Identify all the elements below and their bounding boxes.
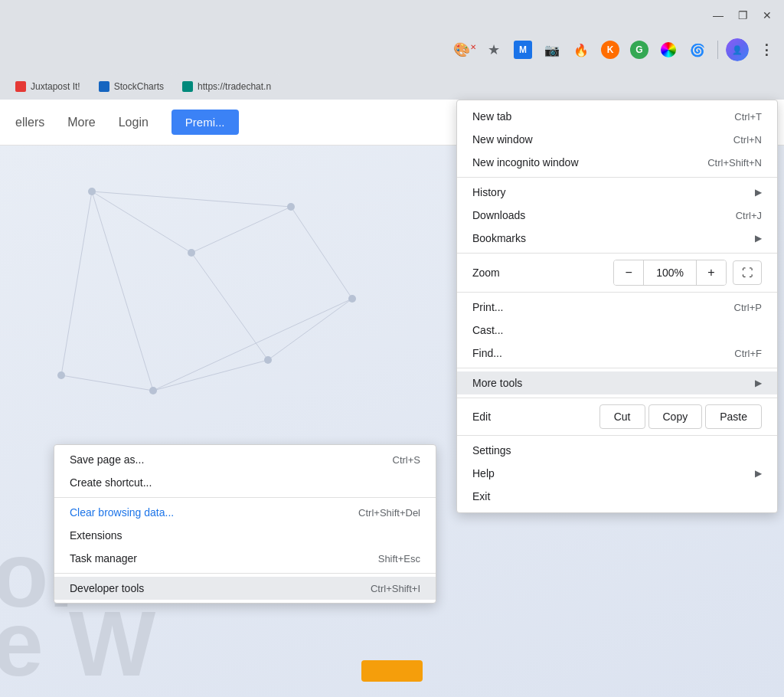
clear-browsing-shortcut: Ctrl+Shift+Del [358, 507, 420, 519]
menu-separator-6 [457, 435, 777, 436]
svg-line-1 [191, 207, 291, 253]
zoom-row: Zoom − 100% + ⛶ [457, 257, 777, 289]
k-extension-icon[interactable]: K [598, 38, 622, 62]
menu-item-save-page[interactable]: Save page as... Ctrl+S [54, 448, 436, 471]
menu-cast[interactable]: Cast... [457, 319, 777, 342]
chrome-menu-button[interactable]: ⋮ [753, 38, 778, 62]
cast-label: Cast... [472, 324, 762, 336]
tab-favicon-juxtapost [15, 81, 26, 92]
new-tab-shortcut: Ctrl+T [734, 111, 762, 123]
svg-line-3 [268, 299, 352, 360]
task-manager-label: Task manager [70, 552, 378, 564]
bookmark-star-icon[interactable]: ★ [482, 38, 506, 62]
browser-toolbar: 🎨✕ ★ M 📷 🔥 K G 🌀 [0, 31, 784, 69]
history-label: History [472, 186, 749, 198]
menu-exit[interactable]: Exit [457, 485, 777, 508]
more-tools-arrow-icon: ▶ [755, 378, 762, 388]
print-label: Print... [472, 301, 716, 313]
color-picker-extension-icon[interactable]: 🎨✕ [452, 38, 477, 62]
downloads-label: Downloads [472, 209, 717, 221]
browser-chrome: — ❐ ✕ 🎨✕ ★ M 📷 🔥 K G [0, 0, 784, 100]
cut-button[interactable]: Cut [599, 404, 645, 429]
svg-line-2 [291, 207, 352, 299]
find-shortcut: Ctrl+F [734, 348, 762, 359]
menu-new-incognito[interactable]: New incognito window Ctrl+Shift+N [457, 151, 777, 174]
downloads-shortcut: Ctrl+J [736, 210, 762, 221]
menu-new-tab[interactable]: New tab Ctrl+T [457, 105, 777, 128]
menu-item-task-manager[interactable]: Task manager Shift+Esc [54, 547, 436, 570]
nav-item-more: More [67, 116, 95, 129]
edit-label: Edit [472, 411, 599, 423]
momentum-extension-icon[interactable]: M [511, 38, 535, 62]
zoom-value-display: 100% [643, 260, 697, 285]
menu-downloads[interactable]: Downloads Ctrl+J [457, 204, 777, 227]
new-window-shortcut: Ctrl+N [733, 134, 762, 146]
tab-favicon-tradechat [182, 81, 193, 92]
zoom-in-button[interactable]: + [697, 260, 726, 285]
tab-label-juxtapost: Juxtapost It! [31, 81, 80, 92]
tab-stockcharts[interactable]: StockCharts [90, 74, 173, 100]
svg-line-6 [191, 253, 268, 360]
menu-item-create-shortcut[interactable]: Create shortcut... [54, 471, 436, 494]
tab-juxtapost[interactable]: Juxtapost It! [6, 74, 90, 100]
title-bar: — ❐ ✕ [0, 0, 784, 31]
ctx-separator-2 [54, 573, 436, 574]
svg-line-5 [92, 191, 153, 391]
menu-find[interactable]: Find... Ctrl+F [457, 342, 777, 365]
zoom-out-button[interactable]: − [614, 260, 643, 285]
user-avatar-button[interactable]: 👤 [726, 38, 749, 61]
minimize-button[interactable]: — [707, 5, 729, 26]
svg-point-17 [57, 371, 65, 379]
print-shortcut: Ctrl+P [734, 302, 762, 313]
save-page-shortcut: Ctrl+S [393, 454, 420, 466]
menu-help[interactable]: Help ▶ [457, 462, 777, 485]
svg-point-12 [188, 249, 195, 257]
fullscreen-icon: ⛶ [742, 267, 753, 279]
more-tools-label: More tools [472, 377, 749, 389]
menu-separator-3 [457, 292, 777, 293]
fullscreen-button[interactable]: ⛶ [733, 260, 762, 285]
tab-label-tradechat: https://tradechat.n [198, 81, 271, 92]
zoom-control: − 100% + [613, 260, 727, 286]
nav-premium-button: Premi... [172, 110, 239, 135]
spiral-extension-icon[interactable]: 🌀 [685, 38, 710, 62]
menu-item-developer-tools[interactable]: Developer tools Ctrl+Shift+I [54, 577, 436, 600]
menu-more-tools[interactable]: More tools ▶ [457, 371, 777, 394]
tab-tradechat[interactable]: https://tradechat.n [173, 74, 280, 100]
paste-button[interactable]: Paste [705, 404, 762, 429]
close-button[interactable]: ✕ [756, 5, 778, 26]
svg-line-8 [153, 299, 352, 391]
menu-item-extensions[interactable]: Extensions [54, 524, 436, 547]
fire-extension-icon[interactable]: 🔥 [569, 38, 593, 62]
chrome-dropdown-menu: New tab Ctrl+T New window Ctrl+N New inc… [456, 100, 778, 513]
menu-item-clear-browsing[interactable]: Clear browsing data... Ctrl+Shift+Del [54, 501, 436, 524]
edit-buttons: Cut Copy Paste [599, 404, 762, 429]
svg-point-13 [287, 203, 295, 211]
menu-settings[interactable]: Settings [457, 439, 777, 462]
menu-new-window[interactable]: New window Ctrl+N [457, 128, 777, 151]
screenshot-extension-icon[interactable]: 📷 [540, 38, 564, 62]
create-shortcut-label: Create shortcut... [70, 476, 420, 489]
svg-line-0 [92, 191, 191, 253]
copy-button[interactable]: Copy [648, 404, 703, 429]
extensions-label: Extensions [70, 529, 420, 542]
new-tab-label: New tab [472, 110, 716, 123]
menu-separator-5 [457, 398, 777, 398]
save-page-label: Save page as... [70, 453, 393, 466]
color-wheel-extension-icon[interactable] [656, 38, 681, 62]
bookmarks-label: Bookmarks [472, 232, 749, 244]
new-incognito-shortcut: Ctrl+Shift+N [707, 157, 762, 169]
g-extension-icon[interactable]: G [627, 38, 652, 62]
find-label: Find... [472, 347, 716, 359]
tab-favicon-stockcharts [99, 81, 109, 92]
help-arrow-icon: ▶ [755, 468, 762, 479]
webpage-cta-container [0, 660, 784, 682]
restore-button[interactable]: ❐ [732, 5, 753, 26]
menu-history[interactable]: History ▶ [457, 181, 777, 204]
menu-print[interactable]: Print... Ctrl+P [457, 296, 777, 319]
help-label: Help [472, 467, 749, 479]
svg-line-10 [61, 191, 92, 375]
menu-separator-4 [457, 368, 777, 368]
more-tools-submenu: Save page as... Ctrl+S Create shortcut..… [54, 444, 436, 604]
menu-bookmarks[interactable]: Bookmarks ▶ [457, 227, 777, 250]
